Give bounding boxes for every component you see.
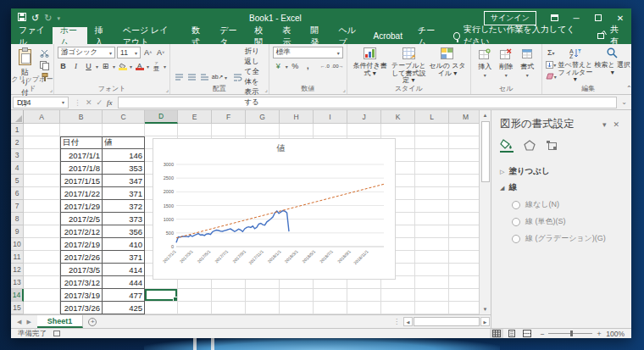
grid-cell-M8[interactable] (449, 213, 479, 225)
wrap-text-icon[interactable] (232, 72, 243, 82)
grid-cell-L2[interactable] (415, 136, 449, 149)
phonetic-guide-icon[interactable]: ア亜 (151, 61, 162, 71)
wrap-text-label[interactable]: 折り返して全体を表示する (245, 47, 265, 108)
column-header-H[interactable]: H (280, 110, 314, 124)
grid-cell-B5[interactable]: 2017/1/15 (60, 175, 103, 187)
grid-cell-H1[interactable] (280, 124, 314, 136)
grid-cell-C6[interactable]: 371 (103, 187, 145, 200)
grid-cell-L10[interactable] (415, 238, 449, 251)
orientation-caret[interactable]: ▾ (225, 75, 227, 81)
grid-cell-B6[interactable]: 2017/1/22 (60, 187, 103, 200)
tell-me-box[interactable]: 実行したい作業を入力してください (445, 27, 589, 44)
grid-cell-M13[interactable] (449, 276, 479, 289)
row-header-6[interactable]: 6 (11, 187, 24, 200)
grid-cell-C1[interactable] (103, 124, 145, 136)
number-dialog-launcher-icon[interactable]: ⌟ (343, 86, 346, 93)
font-color-icon[interactable]: A (134, 61, 145, 71)
ribbon-tab-ページ レイアウト[interactable]: ページ レイアウト (115, 27, 185, 44)
column-header-B[interactable]: B (60, 110, 103, 124)
borders-caret[interactable]: ▾ (113, 64, 115, 69)
font-dialog-launcher-icon[interactable]: ⌟ (166, 86, 169, 93)
ribbon-tab-ファイル[interactable]: ファイル (11, 27, 53, 44)
currency-caret[interactable]: ▾ (286, 64, 288, 69)
autosum-icon[interactable]: Σ ▾ (546, 47, 557, 58)
grid-cell-I14[interactable] (314, 289, 347, 302)
grid-cell-M5[interactable] (449, 175, 479, 187)
horizontal-scrollbar[interactable]: ⋮ ◀ ▶ (390, 315, 491, 328)
grid-cell-B4[interactable]: 2017/1/8 (60, 162, 103, 175)
grid-cell-C9[interactable]: 356 (103, 225, 145, 238)
grid-cell-B14[interactable]: 2017/3/19 (60, 289, 103, 302)
enter-icon[interactable]: ✓ (97, 98, 103, 107)
grid-cell-E15[interactable] (178, 302, 212, 314)
grid-cell-L11[interactable] (415, 251, 449, 264)
restore-button[interactable] (587, 14, 609, 23)
zoom-slider[interactable] (548, 333, 592, 334)
insert-function-icon[interactable]: fx (107, 98, 113, 107)
radio-線 (単色)(S)[interactable]: 線 (単色)(S) (512, 216, 623, 227)
row-header-11[interactable]: 11 (11, 251, 24, 264)
shrink-font-icon[interactable]: A˅ (155, 47, 166, 58)
decrease-decimal-icon[interactable]: .00→ (332, 61, 343, 71)
row-header-12[interactable]: 12 (11, 264, 24, 276)
ribbon-tab-Acrobat[interactable]: Acrobat (366, 27, 410, 44)
sheet-tab-sheet1[interactable]: Sheet1 (37, 315, 84, 328)
grid-cell-M15[interactable] (449, 302, 479, 314)
clear-icon[interactable]: ▾ (546, 71, 557, 81)
grid-cell-L8[interactable] (415, 213, 449, 225)
zoom-out-icon[interactable]: − (541, 330, 545, 338)
grid-cell-M3[interactable] (449, 149, 479, 162)
grid-cell-M9[interactable] (449, 225, 479, 238)
grow-font-icon[interactable]: A˄ (142, 47, 153, 58)
name-box-caret[interactable]: ▾ (62, 99, 64, 105)
horizontal-scroll-thumb[interactable] (414, 317, 480, 326)
grid-cell-C7[interactable]: 372 (103, 200, 145, 213)
grid-cell-C4[interactable]: 353 (103, 162, 145, 175)
underline-caret[interactable]: ▾ (96, 64, 98, 69)
grid-cell-C3[interactable]: 146 (103, 149, 145, 162)
redo-icon[interactable]: ↻ (44, 14, 52, 23)
row-header-1[interactable]: 1 (11, 124, 24, 136)
chart[interactable]: 値0500100015002000250030002017/1/12017/3/… (153, 138, 396, 280)
scroll-up-icon[interactable]: ▲ (480, 110, 491, 120)
fill-color-icon[interactable] (117, 61, 128, 71)
zoom-slider-thumb[interactable] (570, 331, 573, 336)
effects-tab[interactable] (524, 140, 536, 151)
font-size-combobox[interactable]: 11▾ (117, 47, 141, 58)
find-select-button[interactable]: 検索と 選択 ▾ (594, 47, 631, 76)
grid-cell-M6[interactable] (449, 187, 479, 200)
grid-cell-B15[interactable]: 2017/3/26 (60, 302, 103, 314)
grid-cell-D1[interactable] (145, 124, 178, 136)
page-layout-view-icon[interactable] (505, 329, 519, 338)
grid-cell-H15[interactable] (280, 302, 314, 314)
sheet-nav-right-icon[interactable]: ▶ (26, 319, 31, 325)
sign-in-button[interactable]: サインイン (484, 11, 536, 25)
fill-icon[interactable]: ▾ (546, 59, 557, 69)
size-properties-tab[interactable] (546, 140, 558, 151)
minimize-button[interactable]: ─ (565, 14, 587, 23)
grid-cell-M4[interactable] (449, 162, 479, 175)
grid-cell-B7[interactable]: 2017/1/29 (60, 200, 103, 213)
grid-cell-M11[interactable] (449, 251, 479, 264)
ribbon-tab-ヘルプ[interactable]: ヘルプ (330, 27, 365, 44)
ribbon-display-options-icon[interactable] (543, 14, 565, 23)
ribbon-tab-チーム[interactable]: チーム (410, 27, 445, 44)
number-format-combobox[interactable]: 標準▾ (273, 47, 343, 58)
column-header-G[interactable]: G (246, 110, 280, 124)
scroll-left-icon[interactable]: ◀ (403, 317, 413, 326)
row-header-8[interactable]: 8 (11, 213, 24, 225)
fill-line-tab[interactable] (500, 138, 514, 153)
grid-cell-C12[interactable]: 414 (103, 264, 145, 276)
grid-cell-L13[interactable] (415, 276, 449, 289)
align-bottom-icon[interactable] (199, 72, 210, 82)
grid-cell-L1[interactable] (415, 124, 449, 136)
column-header-C[interactable]: C (103, 110, 145, 124)
grid-cell-I15[interactable] (314, 302, 347, 314)
grid-cell-B11[interactable]: 2017/2/26 (60, 251, 103, 264)
insert-cells-button[interactable]: 挿入 ▾ (475, 47, 496, 78)
grid-cell-C8[interactable]: 373 (103, 213, 145, 225)
grid-cell-C2[interactable]: 値 (103, 136, 145, 149)
format-as-table-button[interactable]: テーブルとして書式設定 ▾ (389, 47, 428, 85)
grid-cell-M14[interactable] (449, 289, 479, 302)
column-header-M[interactable]: M (449, 110, 479, 124)
